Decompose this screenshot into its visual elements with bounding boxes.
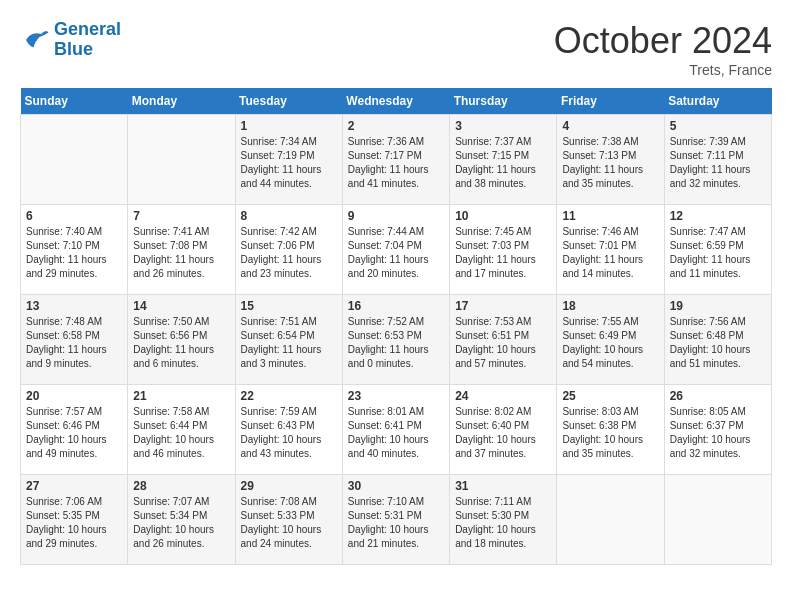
day-cell: 9 Sunrise: 7:44 AMSunset: 7:04 PMDayligh… [342,205,449,295]
day-number: 15 [241,299,337,313]
day-number: 7 [133,209,229,223]
day-cell: 2 Sunrise: 7:36 AMSunset: 7:17 PMDayligh… [342,115,449,205]
day-number: 17 [455,299,551,313]
day-number: 3 [455,119,551,133]
day-number: 31 [455,479,551,493]
day-info: Sunrise: 7:47 AMSunset: 6:59 PMDaylight:… [670,225,766,281]
day-info: Sunrise: 7:56 AMSunset: 6:48 PMDaylight:… [670,315,766,371]
day-cell: 29 Sunrise: 7:08 AMSunset: 5:33 PMDaylig… [235,475,342,565]
day-info: Sunrise: 7:08 AMSunset: 5:33 PMDaylight:… [241,495,337,551]
day-info: Sunrise: 7:57 AMSunset: 6:46 PMDaylight:… [26,405,122,461]
day-info: Sunrise: 7:07 AMSunset: 5:34 PMDaylight:… [133,495,229,551]
header-thursday: Thursday [450,88,557,115]
day-info: Sunrise: 7:39 AMSunset: 7:11 PMDaylight:… [670,135,766,191]
location-subtitle: Trets, France [554,62,772,78]
day-number: 29 [241,479,337,493]
day-number: 8 [241,209,337,223]
day-cell: 3 Sunrise: 7:37 AMSunset: 7:15 PMDayligh… [450,115,557,205]
day-cell [557,475,664,565]
day-info: Sunrise: 7:46 AMSunset: 7:01 PMDaylight:… [562,225,658,281]
day-number: 18 [562,299,658,313]
header-wednesday: Wednesday [342,88,449,115]
day-info: Sunrise: 7:45 AMSunset: 7:03 PMDaylight:… [455,225,551,281]
day-cell: 6 Sunrise: 7:40 AMSunset: 7:10 PMDayligh… [21,205,128,295]
logo-icon [20,25,50,55]
day-cell [664,475,771,565]
month-title: October 2024 [554,20,772,62]
day-cell: 28 Sunrise: 7:07 AMSunset: 5:34 PMDaylig… [128,475,235,565]
day-cell: 25 Sunrise: 8:03 AMSunset: 6:38 PMDaylig… [557,385,664,475]
day-number: 19 [670,299,766,313]
day-cell: 22 Sunrise: 7:59 AMSunset: 6:43 PMDaylig… [235,385,342,475]
day-cell: 11 Sunrise: 7:46 AMSunset: 7:01 PMDaylig… [557,205,664,295]
header-saturday: Saturday [664,88,771,115]
logo-line1: General [54,19,121,39]
day-info: Sunrise: 7:42 AMSunset: 7:06 PMDaylight:… [241,225,337,281]
day-cell: 31 Sunrise: 7:11 AMSunset: 5:30 PMDaylig… [450,475,557,565]
day-number: 5 [670,119,766,133]
day-info: Sunrise: 7:58 AMSunset: 6:44 PMDaylight:… [133,405,229,461]
day-number: 24 [455,389,551,403]
day-info: Sunrise: 7:34 AMSunset: 7:19 PMDaylight:… [241,135,337,191]
day-number: 30 [348,479,444,493]
day-cell: 10 Sunrise: 7:45 AMSunset: 7:03 PMDaylig… [450,205,557,295]
day-info: Sunrise: 7:36 AMSunset: 7:17 PMDaylight:… [348,135,444,191]
day-number: 1 [241,119,337,133]
day-cell: 4 Sunrise: 7:38 AMSunset: 7:13 PMDayligh… [557,115,664,205]
day-number: 16 [348,299,444,313]
day-number: 10 [455,209,551,223]
day-number: 2 [348,119,444,133]
day-cell: 7 Sunrise: 7:41 AMSunset: 7:08 PMDayligh… [128,205,235,295]
day-info: Sunrise: 8:02 AMSunset: 6:40 PMDaylight:… [455,405,551,461]
day-info: Sunrise: 8:01 AMSunset: 6:41 PMDaylight:… [348,405,444,461]
day-cell: 18 Sunrise: 7:55 AMSunset: 6:49 PMDaylig… [557,295,664,385]
day-cell: 8 Sunrise: 7:42 AMSunset: 7:06 PMDayligh… [235,205,342,295]
title-block: October 2024 Trets, France [554,20,772,78]
day-number: 6 [26,209,122,223]
day-info: Sunrise: 8:03 AMSunset: 6:38 PMDaylight:… [562,405,658,461]
day-cell: 17 Sunrise: 7:53 AMSunset: 6:51 PMDaylig… [450,295,557,385]
day-number: 9 [348,209,444,223]
day-cell: 14 Sunrise: 7:50 AMSunset: 6:56 PMDaylig… [128,295,235,385]
day-info: Sunrise: 7:51 AMSunset: 6:54 PMDaylight:… [241,315,337,371]
calendar-table: SundayMondayTuesdayWednesdayThursdayFrid… [20,88,772,565]
day-cell: 15 Sunrise: 7:51 AMSunset: 6:54 PMDaylig… [235,295,342,385]
page-header: General Blue October 2024 Trets, France [20,20,772,78]
day-number: 11 [562,209,658,223]
day-number: 21 [133,389,229,403]
day-number: 12 [670,209,766,223]
day-number: 28 [133,479,229,493]
day-info: Sunrise: 7:38 AMSunset: 7:13 PMDaylight:… [562,135,658,191]
day-info: Sunrise: 7:52 AMSunset: 6:53 PMDaylight:… [348,315,444,371]
logo: General Blue [20,20,121,60]
day-cell: 12 Sunrise: 7:47 AMSunset: 6:59 PMDaylig… [664,205,771,295]
day-info: Sunrise: 7:40 AMSunset: 7:10 PMDaylight:… [26,225,122,281]
day-info: Sunrise: 7:11 AMSunset: 5:30 PMDaylight:… [455,495,551,551]
day-cell: 13 Sunrise: 7:48 AMSunset: 6:58 PMDaylig… [21,295,128,385]
day-number: 14 [133,299,229,313]
day-cell: 23 Sunrise: 8:01 AMSunset: 6:41 PMDaylig… [342,385,449,475]
day-info: Sunrise: 7:48 AMSunset: 6:58 PMDaylight:… [26,315,122,371]
day-cell: 21 Sunrise: 7:58 AMSunset: 6:44 PMDaylig… [128,385,235,475]
day-number: 23 [348,389,444,403]
day-number: 26 [670,389,766,403]
logo-line2: Blue [54,39,93,59]
day-cell: 26 Sunrise: 8:05 AMSunset: 6:37 PMDaylig… [664,385,771,475]
day-cell [21,115,128,205]
week-row-4: 27 Sunrise: 7:06 AMSunset: 5:35 PMDaylig… [21,475,772,565]
header-monday: Monday [128,88,235,115]
day-number: 25 [562,389,658,403]
day-info: Sunrise: 7:41 AMSunset: 7:08 PMDaylight:… [133,225,229,281]
day-cell: 30 Sunrise: 7:10 AMSunset: 5:31 PMDaylig… [342,475,449,565]
week-row-2: 13 Sunrise: 7:48 AMSunset: 6:58 PMDaylig… [21,295,772,385]
day-cell: 1 Sunrise: 7:34 AMSunset: 7:19 PMDayligh… [235,115,342,205]
day-cell: 5 Sunrise: 7:39 AMSunset: 7:11 PMDayligh… [664,115,771,205]
header-sunday: Sunday [21,88,128,115]
header-tuesday: Tuesday [235,88,342,115]
day-number: 20 [26,389,122,403]
day-number: 4 [562,119,658,133]
day-cell: 20 Sunrise: 7:57 AMSunset: 6:46 PMDaylig… [21,385,128,475]
day-info: Sunrise: 7:59 AMSunset: 6:43 PMDaylight:… [241,405,337,461]
day-info: Sunrise: 8:05 AMSunset: 6:37 PMDaylight:… [670,405,766,461]
calendar-header-row: SundayMondayTuesdayWednesdayThursdayFrid… [21,88,772,115]
